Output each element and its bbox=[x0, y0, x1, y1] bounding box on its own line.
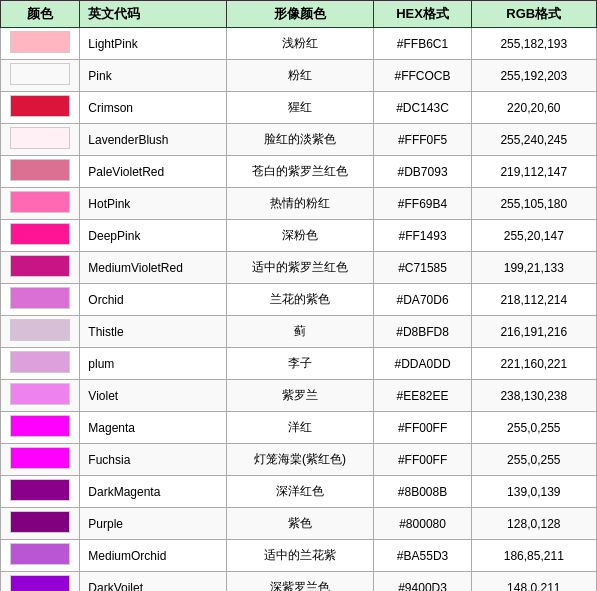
color-swatch-cell bbox=[1, 444, 80, 476]
table-row: Pink粉红#FFCOCB255,192,203 bbox=[1, 60, 597, 92]
color-swatch bbox=[10, 191, 70, 213]
color-rgb: 216,191,216 bbox=[471, 316, 596, 348]
color-rgb: 255,192,203 bbox=[471, 60, 596, 92]
color-swatch-cell bbox=[1, 284, 80, 316]
color-hex: #DDA0DD bbox=[374, 348, 471, 380]
color-cn-name: 苍白的紫罗兰红色 bbox=[226, 156, 374, 188]
color-swatch-cell bbox=[1, 124, 80, 156]
header-cn: 形像颜色 bbox=[226, 1, 374, 28]
color-rgb: 186,85,211 bbox=[471, 540, 596, 572]
color-en-name: Crimson bbox=[80, 92, 226, 124]
color-hex: #FF00FF bbox=[374, 444, 471, 476]
color-swatch bbox=[10, 127, 70, 149]
color-en-name: DarkMagenta bbox=[80, 476, 226, 508]
color-rgb: 148,0,211 bbox=[471, 572, 596, 592]
table-row: LavenderBlush脸红的淡紫色#FFF0F5255,240,245 bbox=[1, 124, 597, 156]
color-en-name: DarkVoilet bbox=[80, 572, 226, 592]
color-swatch-cell bbox=[1, 156, 80, 188]
color-swatch bbox=[10, 511, 70, 533]
color-hex: #BA55D3 bbox=[374, 540, 471, 572]
table-row: Crimson猩红#DC143C220,20,60 bbox=[1, 92, 597, 124]
color-swatch bbox=[10, 319, 70, 341]
color-hex: #8B008B bbox=[374, 476, 471, 508]
color-swatch-cell bbox=[1, 92, 80, 124]
color-swatch-cell bbox=[1, 380, 80, 412]
color-cn-name: 紫罗兰 bbox=[226, 380, 374, 412]
color-swatch bbox=[10, 223, 70, 245]
color-en-name: Orchid bbox=[80, 284, 226, 316]
color-swatch bbox=[10, 159, 70, 181]
color-cn-name: 深洋红色 bbox=[226, 476, 374, 508]
color-en-name: Pink bbox=[80, 60, 226, 92]
color-cn-name: 浅粉红 bbox=[226, 28, 374, 60]
color-cn-name: 适中的紫罗兰红色 bbox=[226, 252, 374, 284]
table-row: Thistle蓟#D8BFD8216,191,216 bbox=[1, 316, 597, 348]
color-en-name: HotPink bbox=[80, 188, 226, 220]
table-row: Magenta洋红#FF00FF255,0,255 bbox=[1, 412, 597, 444]
color-rgb: 255,0,255 bbox=[471, 444, 596, 476]
color-en-name: LavenderBlush bbox=[80, 124, 226, 156]
color-hex: #FFCOCB bbox=[374, 60, 471, 92]
color-en-name: Violet bbox=[80, 380, 226, 412]
color-rgb: 199,21,133 bbox=[471, 252, 596, 284]
color-rgb: 219,112,147 bbox=[471, 156, 596, 188]
color-hex: #FFB6C1 bbox=[374, 28, 471, 60]
color-swatch-cell bbox=[1, 28, 80, 60]
header-en: 英文代码 bbox=[80, 1, 226, 28]
color-cn-name: 猩红 bbox=[226, 92, 374, 124]
table-row: PaleVioletRed苍白的紫罗兰红色#DB7093219,112,147 bbox=[1, 156, 597, 188]
color-swatch-cell bbox=[1, 508, 80, 540]
table-row: HotPink热情的粉红#FF69B4255,105,180 bbox=[1, 188, 597, 220]
color-rgb: 221,160,221 bbox=[471, 348, 596, 380]
color-en-name: Fuchsia bbox=[80, 444, 226, 476]
color-swatch-cell bbox=[1, 348, 80, 380]
color-cn-name: 热情的粉红 bbox=[226, 188, 374, 220]
color-swatch bbox=[10, 31, 70, 53]
color-swatch-cell bbox=[1, 220, 80, 252]
color-rgb: 220,20,60 bbox=[471, 92, 596, 124]
color-swatch-cell bbox=[1, 60, 80, 92]
color-hex: #FF1493 bbox=[374, 220, 471, 252]
color-swatch-cell bbox=[1, 188, 80, 220]
color-cn-name: 深紫罗兰色 bbox=[226, 572, 374, 592]
color-hex: #DB7093 bbox=[374, 156, 471, 188]
color-swatch bbox=[10, 543, 70, 565]
color-swatch bbox=[10, 63, 70, 85]
color-hex: #D8BFD8 bbox=[374, 316, 471, 348]
table-row: Violet紫罗兰#EE82EE238,130,238 bbox=[1, 380, 597, 412]
color-swatch bbox=[10, 95, 70, 117]
color-en-name: LightPink bbox=[80, 28, 226, 60]
color-cn-name: 深粉色 bbox=[226, 220, 374, 252]
color-hex: #C71585 bbox=[374, 252, 471, 284]
table-row: plum李子#DDA0DD221,160,221 bbox=[1, 348, 597, 380]
color-swatch-cell bbox=[1, 572, 80, 592]
color-swatch-cell bbox=[1, 316, 80, 348]
color-swatch-cell bbox=[1, 252, 80, 284]
color-swatch bbox=[10, 255, 70, 277]
color-swatch-cell bbox=[1, 412, 80, 444]
color-rgb: 255,0,255 bbox=[471, 412, 596, 444]
color-swatch bbox=[10, 383, 70, 405]
color-swatch bbox=[10, 479, 70, 501]
color-en-name: plum bbox=[80, 348, 226, 380]
color-swatch-cell bbox=[1, 540, 80, 572]
color-en-name: DeepPink bbox=[80, 220, 226, 252]
color-hex: #DA70D6 bbox=[374, 284, 471, 316]
color-cn-name: 兰花的紫色 bbox=[226, 284, 374, 316]
table-row: LightPink浅粉红#FFB6C1255,182,193 bbox=[1, 28, 597, 60]
color-cn-name: 脸红的淡紫色 bbox=[226, 124, 374, 156]
table-row: MediumOrchid适中的兰花紫#BA55D3186,85,211 bbox=[1, 540, 597, 572]
color-en-name: Purple bbox=[80, 508, 226, 540]
color-rgb: 218,112,214 bbox=[471, 284, 596, 316]
color-rgb: 255,105,180 bbox=[471, 188, 596, 220]
color-cn-name: 灯笼海棠(紫红色) bbox=[226, 444, 374, 476]
color-cn-name: 蓟 bbox=[226, 316, 374, 348]
color-swatch bbox=[10, 287, 70, 309]
header-rgb: RGB格式 bbox=[471, 1, 596, 28]
color-swatch bbox=[10, 415, 70, 437]
table-row: Orchid兰花的紫色#DA70D6218,112,214 bbox=[1, 284, 597, 316]
color-en-name: MediumVioletRed bbox=[80, 252, 226, 284]
color-rgb: 139,0,139 bbox=[471, 476, 596, 508]
color-cn-name: 紫色 bbox=[226, 508, 374, 540]
header-color: 颜色 bbox=[1, 1, 80, 28]
